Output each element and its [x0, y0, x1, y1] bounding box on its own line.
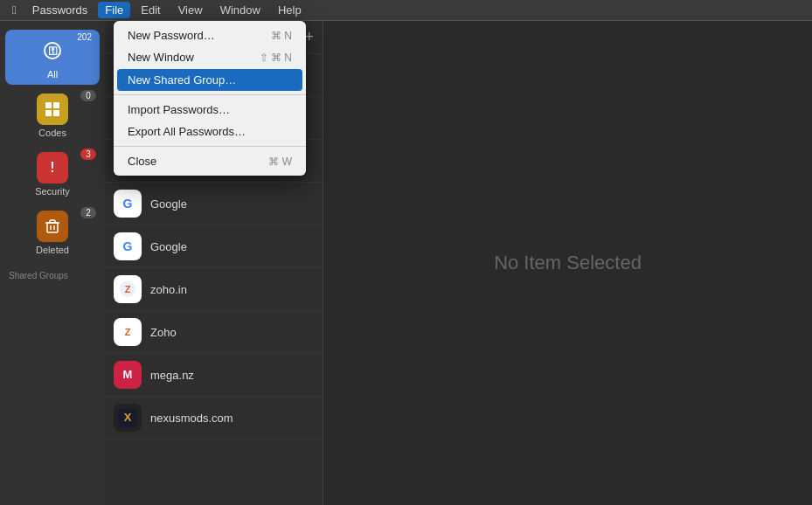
nexus-name: nexusmods.com: [150, 412, 233, 425]
svg-rect-5: [53, 110, 59, 116]
menu-separator-2: [114, 146, 306, 147]
list-item[interactable]: G Google: [105, 225, 323, 268]
codes-badge: 0: [80, 90, 96, 101]
add-button[interactable]: +: [304, 28, 314, 46]
new-window-item[interactable]: New Window ⇧ ⌘ N: [114, 46, 306, 68]
export-passwords-label: Export All Passwords…: [128, 125, 246, 138]
apple-menu[interactable]: : [7, 3, 22, 17]
new-password-shortcut: ⌘ N: [271, 30, 292, 42]
sidebar-item-all[interactable]: ⚿ 202 All: [5, 30, 100, 85]
zoho-icon: Z: [114, 318, 142, 346]
sidebar-item-deleted[interactable]: 2 Deleted: [5, 205, 100, 260]
list-item[interactable]: Z Zoho: [105, 311, 323, 354]
svg-text:G: G: [123, 239, 133, 253]
sidebar-deleted-label: Deleted: [36, 245, 69, 255]
zohoin-info: zoho.in: [150, 283, 187, 296]
all-icon: ⚿: [37, 35, 68, 66]
zoho-info: Zoho: [150, 326, 177, 339]
security-badge: 3: [80, 149, 96, 160]
mega-name: mega.nz: [150, 369, 194, 382]
svg-rect-7: [47, 223, 58, 232]
sidebar-all-label: All: [47, 69, 58, 80]
menubar:  Passwords File Edit View Window Help: [0, 0, 812, 21]
menubar-window[interactable]: Window: [213, 2, 267, 18]
svg-rect-9: [50, 220, 55, 223]
mega-icon: M: [114, 361, 142, 389]
nexus-info: nexusmods.com: [150, 412, 233, 425]
svg-text:⚿: ⚿: [48, 45, 58, 56]
menu-separator-1: [114, 94, 306, 95]
mega-info: mega.nz: [150, 369, 194, 382]
google2-info: Google: [150, 240, 187, 253]
close-label: Close: [128, 155, 156, 168]
google2-name: Google: [150, 240, 187, 253]
list-item[interactable]: Z zoho.in: [105, 268, 323, 311]
svg-text:X: X: [124, 411, 132, 424]
new-shared-group-label: New Shared Group…: [128, 73, 236, 86]
new-shared-group-item[interactable]: New Shared Group…: [117, 69, 302, 91]
import-passwords-item[interactable]: Import Passwords…: [114, 99, 306, 121]
list-item[interactable]: G Google: [105, 183, 323, 225]
export-passwords-item[interactable]: Export All Passwords…: [114, 121, 306, 142]
zohoin-icon: Z: [114, 275, 142, 303]
list-item[interactable]: M mega.nz: [105, 354, 323, 397]
codes-icon: [37, 93, 68, 125]
svg-rect-4: [45, 110, 52, 116]
security-icon: !: [37, 152, 68, 183]
new-password-item[interactable]: New Password… ⌘ N: [114, 24, 306, 46]
sidebar-codes-label: Codes: [38, 128, 66, 138]
close-shortcut: ⌘ W: [268, 156, 292, 168]
svg-text:G: G: [123, 197, 133, 211]
nexus-icon: X: [114, 404, 142, 432]
all-badge: 202: [73, 31, 96, 43]
menubar-passwords[interactable]: Passwords: [25, 2, 95, 18]
sidebar-security-label: Security: [35, 186, 70, 197]
shared-groups-label: Shared Groups: [5, 264, 100, 284]
file-menu-dropdown: New Password… ⌘ N New Window ⇧ ⌘ N New S…: [114, 21, 306, 176]
svg-text:Z: Z: [125, 327, 131, 337]
zoho-name: Zoho: [150, 326, 177, 339]
new-window-shortcut: ⇧ ⌘ N: [260, 52, 292, 64]
sidebar: ⚿ 202 All 0 Codes ! 3 Security 2: [0, 21, 105, 505]
new-window-label: New Window: [128, 51, 194, 64]
deleted-badge: 2: [80, 207, 96, 218]
google1-name: Google: [150, 197, 187, 211]
deleted-icon: [37, 211, 68, 242]
menubar-file[interactable]: File: [98, 2, 130, 18]
menubar-help[interactable]: Help: [271, 2, 309, 18]
new-password-label: New Password…: [128, 29, 215, 42]
svg-rect-3: [53, 102, 59, 108]
menubar-edit[interactable]: Edit: [134, 2, 167, 18]
sidebar-item-security[interactable]: ! 3 Security: [5, 147, 100, 202]
list-item[interactable]: X nexusmods.com: [105, 397, 323, 439]
svg-text:M: M: [123, 368, 133, 381]
menubar-view[interactable]: View: [171, 2, 210, 18]
svg-rect-2: [45, 102, 52, 108]
svg-text:Z: Z: [125, 284, 131, 294]
no-item-text: No Item Selected: [494, 252, 642, 274]
import-passwords-label: Import Passwords…: [128, 103, 230, 116]
zohoin-name: zoho.in: [150, 283, 187, 296]
google2-icon: G: [114, 232, 142, 260]
close-item[interactable]: Close ⌘ W: [114, 150, 306, 172]
detail-panel: No Item Selected: [323, 21, 812, 505]
google1-info: Google: [150, 197, 187, 211]
google1-icon: G: [114, 190, 142, 218]
svg-text:!: !: [50, 160, 54, 175]
sidebar-item-codes[interactable]: 0 Codes: [5, 88, 100, 143]
